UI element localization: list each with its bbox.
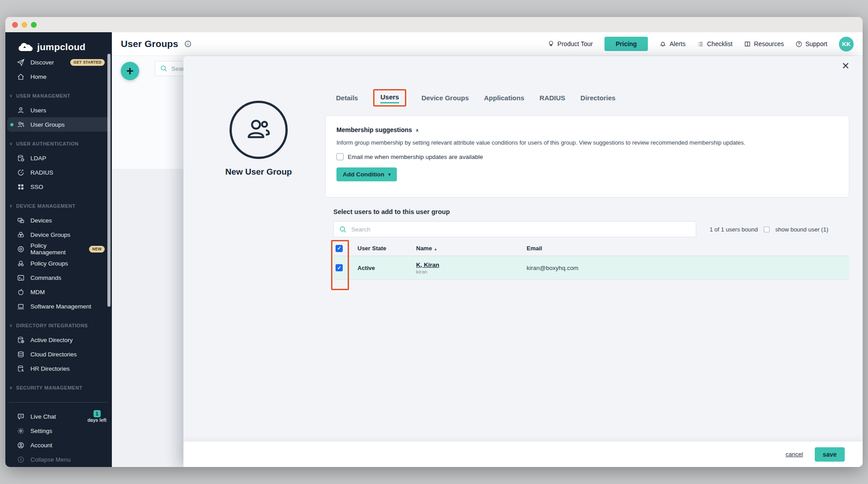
sidebar-item-label: Software Management: [30, 303, 91, 310]
tab-details[interactable]: Details: [336, 94, 358, 102]
sidebar-item-sso[interactable]: SSO: [5, 180, 112, 194]
new-badge: NEW: [89, 246, 105, 253]
sidebar-section-user-authentication[interactable]: ∨ USER AUTHENTICATION: [5, 137, 112, 151]
page-title: User Groups: [121, 39, 178, 49]
bell-icon: [660, 40, 666, 47]
membership-suggestions-card: Membership suggestions ∧ Inform group me…: [325, 116, 849, 197]
user-group-glyph: [245, 117, 272, 143]
sidebar-item-policy-groups[interactable]: Policy Groups: [5, 256, 112, 270]
sidebar-item-cloud-directories[interactable]: Cloud Directories: [5, 347, 112, 361]
sidebar-item-label: User Groups: [30, 121, 65, 128]
select-users-heading: Select users to add to this user group: [333, 208, 450, 215]
sidebar-scrollbar[interactable]: [107, 54, 111, 307]
table-row[interactable]: ✓ Active K, Kiran kiran kiran@boxyhq.com: [333, 256, 849, 280]
sidebar-item-user-groups[interactable]: User Groups: [7, 117, 110, 132]
sidebar-section-directory-integrations[interactable]: ∨ DIRECTORY INTEGRATIONS: [5, 318, 112, 333]
sidebar-item-policy-management[interactable]: Policy Management NEW: [5, 242, 112, 256]
app-window: jumpcloud Discover GET STARTED Home ∨ US…: [5, 17, 863, 467]
search-icon: [339, 226, 347, 233]
select-all-checkbox[interactable]: ✓: [336, 245, 343, 252]
tab-device-groups[interactable]: Device Groups: [421, 94, 469, 102]
alerts-button[interactable]: Alerts: [660, 40, 685, 47]
sidebar-item-radius[interactable]: RADIUS: [5, 165, 112, 180]
sidebar-item-account[interactable]: Account: [5, 438, 112, 452]
chevron-down-icon: ∨: [9, 323, 13, 328]
membership-suggestions-toggle[interactable]: Membership suggestions ∧: [336, 126, 838, 133]
sidebar-item-home[interactable]: Home: [5, 69, 112, 84]
sidebar-item-collapse-menu[interactable]: Collapse Menu: [5, 452, 112, 467]
email-updates-label: Email me when membership updates are ava…: [348, 154, 483, 160]
chevron-down-icon: ∨: [9, 385, 13, 390]
book-icon: [744, 41, 751, 47]
sidebar-item-label: Discover: [30, 59, 54, 66]
user-search-input[interactable]: [351, 226, 664, 233]
sidebar-item-hr-directories[interactable]: HR Directories: [5, 361, 112, 376]
info-icon[interactable]: [184, 40, 191, 47]
sidebar-item-label: Account: [30, 442, 52, 449]
resources-button[interactable]: Resources: [744, 40, 784, 47]
sidebar-item-label: RADIUS: [30, 169, 53, 176]
panel-tabs: Details Users Device Groups Applications…: [336, 87, 616, 108]
user-username: kiran: [416, 269, 527, 274]
header-actions: Product Tour Pricing Alerts Checklist Re…: [548, 37, 863, 51]
group-name-label: New User Group: [196, 167, 321, 177]
support-button[interactable]: Support: [796, 40, 827, 47]
sidebar-item-label: LDAP: [30, 155, 46, 162]
save-button[interactable]: save: [815, 447, 845, 462]
tab-directories[interactable]: Directories: [580, 94, 615, 102]
sidebar-section-device-management[interactable]: ∨ DEVICE MANAGEMENT: [5, 199, 112, 213]
email-updates-checkbox[interactable]: [336, 153, 344, 160]
sidebar-section-user-management[interactable]: ∨ USER MANAGEMENT: [5, 89, 112, 103]
close-icon[interactable]: ×: [842, 60, 849, 72]
trial-days-badge: 1: [94, 410, 101, 418]
sidebar-item-device-groups[interactable]: Device Groups: [5, 227, 112, 242]
column-name[interactable]: Name▲: [416, 245, 527, 252]
sidebar-item-label: Users: [30, 107, 46, 114]
policy-target-icon: [17, 245, 25, 253]
sidebar: jumpcloud Discover GET STARTED Home ∨ US…: [5, 32, 112, 467]
close-window-button[interactable]: [12, 22, 18, 28]
home-icon: [17, 73, 25, 81]
rocket-icon: [17, 59, 25, 66]
search-icon: [160, 65, 167, 72]
sidebar-item-software-management[interactable]: Software Management: [5, 299, 112, 313]
sidebar-item-mdm[interactable]: MDM: [5, 285, 112, 299]
chevron-down-icon: ∨: [9, 204, 13, 208]
add-user-group-button[interactable]: +: [121, 62, 139, 80]
show-bound-user-checkbox[interactable]: [764, 227, 770, 232]
sidebar-item-ldap[interactable]: LDAP: [5, 151, 112, 165]
user-name-link[interactable]: K, Kiran: [416, 261, 527, 268]
sidebar-item-label: Cloud Directories: [30, 351, 77, 358]
sidebar-item-live-chat[interactable]: Live Chat 1 days left: [5, 409, 112, 424]
sidebar-item-users[interactable]: Users: [5, 103, 112, 117]
checklist-button[interactable]: Checklist: [697, 40, 732, 47]
bound-users-row: 1 of 1 users bound show bound user (1): [710, 221, 828, 237]
checklist-icon: [697, 41, 704, 47]
email-updates-option: Email me when membership updates are ava…: [336, 153, 838, 160]
sidebar-item-label: HR Directories: [30, 365, 70, 372]
sidebar-item-label: Live Chat: [30, 413, 56, 420]
bound-users-summary: 1 of 1 users bound: [710, 226, 758, 233]
tab-users[interactable]: Users: [380, 93, 399, 101]
sidebar-section-security-management[interactable]: ∨ SECURITY MANAGEMENT: [5, 381, 112, 395]
sidebar-item-active-directory[interactable]: Active Directory: [5, 333, 112, 347]
sidebar-divider: [9, 402, 108, 403]
minimize-window-button[interactable]: [21, 22, 27, 28]
pricing-button[interactable]: Pricing: [604, 37, 648, 51]
chevron-down-icon: ▾: [388, 172, 391, 177]
user-avatar[interactable]: KK: [839, 37, 854, 51]
policy-groups-icon: [17, 260, 25, 267]
zoom-window-button[interactable]: [31, 22, 37, 28]
sso-grid-icon: [17, 183, 25, 191]
sidebar-item-devices[interactable]: Devices: [5, 213, 112, 227]
row-checkbox[interactable]: ✓: [336, 264, 343, 271]
add-condition-button[interactable]: Add Condition ▾: [336, 167, 397, 181]
tab-applications[interactable]: Applications: [484, 94, 524, 102]
sidebar-item-discover[interactable]: Discover GET STARTED: [5, 55, 112, 69]
product-tour-button[interactable]: Product Tour: [548, 40, 593, 47]
sidebar-item-commands[interactable]: Commands: [5, 270, 112, 285]
sidebar-item-settings[interactable]: Settings: [5, 424, 112, 438]
terminal-icon: [17, 274, 25, 282]
cancel-button[interactable]: cancel: [786, 451, 803, 458]
tab-radius[interactable]: RADIUS: [540, 94, 566, 102]
